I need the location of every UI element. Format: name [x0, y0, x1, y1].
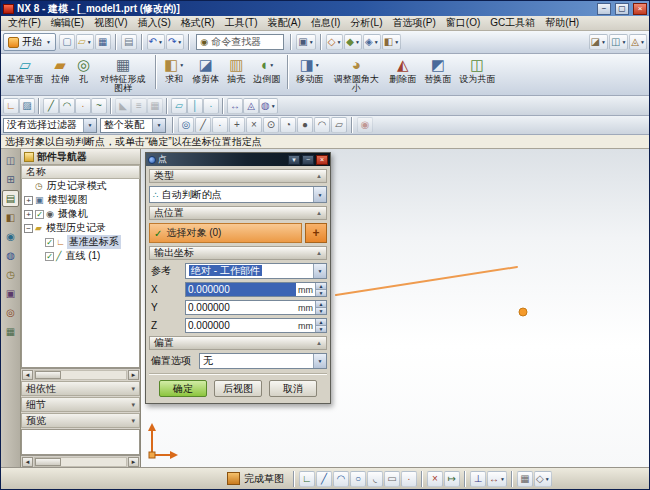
collapse-minus-icon[interactable]: − — [24, 224, 33, 233]
menu-item-12[interactable]: 帮助(H) — [540, 15, 584, 31]
point-create-button[interactable]: ∙ — [75, 98, 91, 114]
view-section-button[interactable]: ◧▼ — [382, 34, 401, 50]
snap-on-curve-toggle[interactable]: ◠ — [314, 117, 330, 133]
trim-body-button[interactable]: ◪修剪体 — [188, 55, 223, 84]
dialog-title-bar[interactable]: 点 ▾ − × — [146, 153, 330, 166]
menu-item-11[interactable]: GC工具箱 — [485, 15, 540, 31]
select-object-row[interactable]: ✓ 选择对象 (0) — [149, 223, 302, 243]
print-button[interactable]: ▤ — [121, 34, 137, 50]
sketch-button[interactable]: ▨ — [19, 98, 35, 114]
measure-button[interactable]: ↔ — [227, 98, 243, 114]
datum-plane-button[interactable]: ▱基准平面 — [3, 55, 47, 84]
dropdown-arrow-icon[interactable]: ▼ — [152, 119, 165, 132]
datum-csys-button[interactable]: ∟ — [3, 98, 19, 114]
y-input[interactable]: 0.000000 mm ▲▼ — [185, 300, 327, 315]
view-wireframe-button[interactable]: ◈▼ — [363, 34, 381, 50]
snap-point-toggle[interactable]: ◎ — [178, 117, 194, 133]
ok-button[interactable]: 确定 — [159, 380, 207, 397]
y-spinner[interactable]: ▲▼ — [315, 301, 326, 314]
unite-button[interactable]: ◧▼求和 — [160, 55, 188, 84]
menu-item-7[interactable]: 信息(I) — [306, 15, 345, 31]
tree-item-4[interactable]: ✓∟基准坐标系 — [22, 235, 139, 249]
scroll-thumb[interactable] — [35, 371, 61, 379]
scroll-thumb[interactable] — [35, 458, 61, 466]
close-button[interactable]: × — [633, 3, 647, 15]
snap-arc-center-toggle[interactable]: ⊙ — [263, 117, 279, 133]
open-file-button[interactable]: ▱▼ — [76, 34, 94, 50]
spin-down-icon[interactable]: ▼ — [316, 307, 326, 314]
convert-reference-button[interactable]: ◇▼ — [534, 471, 552, 487]
view-cube-top-button[interactable]: ◫▼ — [609, 34, 628, 50]
redo-button[interactable]: ↷▼ — [166, 34, 184, 50]
point-constructor-button[interactable]: + — [305, 223, 327, 243]
spline-button[interactable]: ~ — [91, 98, 107, 114]
scroll-track[interactable] — [34, 370, 127, 380]
offset-section-header[interactable]: 偏置 ▲ — [149, 336, 327, 350]
selection-filter-combo[interactable]: 没有选择过滤器 ▼ — [3, 118, 97, 133]
checkbox-checked[interactable]: ✓ — [45, 252, 54, 261]
checkbox-checked[interactable]: ✓ — [35, 210, 44, 219]
extrude-button[interactable]: ▰拉伸 — [47, 55, 73, 84]
replace-face-button[interactable]: ◩替换面 — [420, 55, 455, 84]
tree-item-2[interactable]: +✓◉摄像机 — [22, 207, 139, 221]
shell-button[interactable]: ▥抽壳 — [223, 55, 249, 84]
assembly-navigator-tab[interactable]: ◫ — [2, 152, 19, 169]
datum-point-button[interactable]: ∙ — [203, 98, 219, 114]
navigator-panel-2[interactable]: 预览▾ — [21, 413, 140, 428]
interrupt-button[interactable]: ◉ — [357, 117, 373, 133]
x-input[interactable]: 0.000000 mm ▲▼ — [185, 282, 327, 297]
basic-curves-button[interactable]: ╱ — [43, 98, 59, 114]
view-cube-iso-button[interactable]: ◬▼ — [629, 34, 647, 50]
pattern-feature-button[interactable]: ▦对特征形成图样 — [94, 55, 152, 93]
make-coplanar-button[interactable]: ◫设为共面 — [455, 55, 499, 84]
menu-item-1[interactable]: 编辑(E) — [46, 15, 89, 31]
menu-item-6[interactable]: 装配(A) — [262, 15, 305, 31]
datum-plane-small-button[interactable]: ▱ — [171, 98, 187, 114]
x-spinner[interactable]: ▲▼ — [315, 283, 326, 296]
snap-intersection-toggle[interactable]: × — [246, 117, 262, 133]
snap-control-point-toggle[interactable]: + — [229, 117, 245, 133]
point-button[interactable]: ∙ — [401, 471, 417, 487]
circle-button[interactable]: ○ — [350, 471, 366, 487]
dimensions-button[interactable]: ↔▼ — [487, 471, 507, 487]
point-type-combo[interactable]: ∴ 自动判断的点 ▼ — [149, 186, 327, 203]
dropdown-arrow-icon[interactable]: ▼ — [313, 187, 326, 202]
history-tab[interactable]: ◷ — [2, 266, 19, 283]
undo-button[interactable]: ↶▼ — [147, 34, 165, 50]
menu-item-9[interactable]: 首选项(P) — [388, 15, 441, 31]
navigator-hscroll-bottom[interactable]: ◄ ► — [21, 455, 140, 467]
dropdown-arrow-icon[interactable]: ▼ — [313, 354, 326, 368]
dialog-menu-button[interactable]: ▾ — [288, 155, 300, 165]
view-cube-front-button[interactable]: ◪▼ — [589, 34, 608, 50]
selection-scope-combo[interactable]: 整个装配 ▼ — [100, 118, 166, 133]
navigator-column-header[interactable]: 名称 — [21, 165, 140, 179]
menu-item-3[interactable]: 插入(S) — [132, 15, 175, 31]
navigator-panel-1[interactable]: 细节▾ — [21, 397, 140, 412]
show-constraints-button[interactable]: ▦ — [517, 471, 533, 487]
roles-tab[interactable]: ◎ — [2, 304, 19, 321]
reference-combo[interactable]: 绝对 - 工作部件 ▼ — [185, 263, 327, 279]
snap-endpoint-toggle[interactable]: ╱ — [195, 117, 211, 133]
dropdown-arrow-icon[interactable]: ▼ — [313, 264, 326, 278]
delete-face-button[interactable]: ◭删除面 — [385, 55, 420, 84]
process-studio-tab[interactable]: ▣ — [2, 285, 19, 302]
graphics-area[interactable]: 点 ▾ − × 类型 ▲ ∴ 自动判断的点 ▼ — [141, 149, 649, 467]
window-button[interactable]: ▣▼ — [296, 34, 315, 50]
new-file-button[interactable]: ▢ — [59, 34, 75, 50]
arc-button[interactable]: ◠ — [333, 471, 349, 487]
dialog-minimize-button[interactable]: − — [302, 155, 314, 165]
sketch-line[interactable] — [336, 267, 517, 295]
thread-button[interactable]: ≡ — [131, 98, 147, 114]
chamfer-button[interactable]: ◣ — [115, 98, 131, 114]
hole-button[interactable]: ◎孔 — [73, 55, 94, 84]
resize-blend-button[interactable]: ◕调整圆角大小 — [327, 55, 385, 93]
hd3d-tools-tab[interactable]: ◉ — [2, 228, 19, 245]
expand-plus-icon[interactable]: + — [24, 196, 33, 205]
rectangle-button[interactable]: ▭ — [384, 471, 400, 487]
fillet-button[interactable]: ◟ — [367, 471, 383, 487]
constraints-button[interactable]: ⊥ — [470, 471, 486, 487]
snap-midpoint-toggle[interactable]: ∙ — [212, 117, 228, 133]
constraint-navigator-tab[interactable]: ⊞ — [2, 171, 19, 188]
scroll-right-icon[interactable]: ► — [128, 370, 139, 380]
line-button[interactable]: ╱ — [316, 471, 332, 487]
